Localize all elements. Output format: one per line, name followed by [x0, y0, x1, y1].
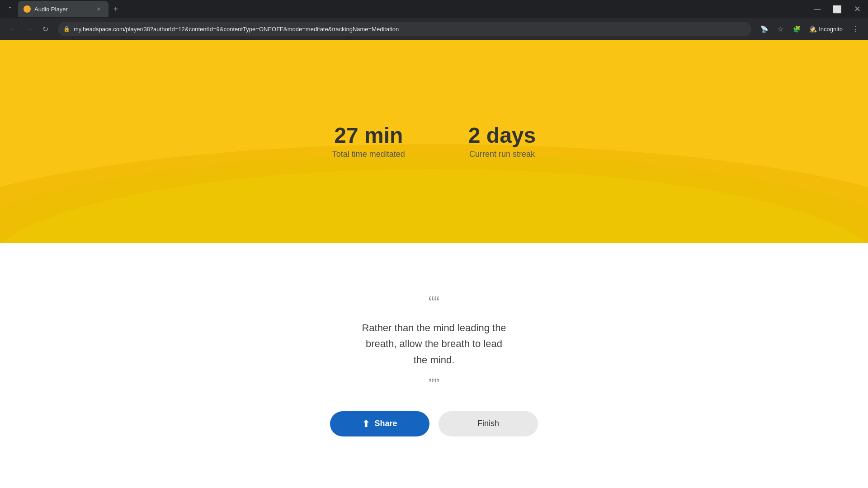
finish-button[interactable]: Finish [439, 411, 538, 436]
hero-section: 27 min Total time meditated 2 days Curre… [0, 40, 868, 243]
incognito-label: Incognito [819, 26, 843, 33]
toolbar-right: 📡 ☆ 🧩 🕵 Incognito ⋮ [757, 22, 863, 36]
tab-title: Audio Player [34, 6, 92, 13]
stat-time-meditated: 27 min Total time meditated [332, 124, 405, 159]
stat-streak-value: 2 days [468, 124, 536, 148]
tab-close-button[interactable]: × [94, 5, 103, 14]
browser-chrome: ⌃ Audio Player × + ─ ⬜ ✕ ← → ↻ 🔒 my.he [0, 0, 868, 40]
buttons-row: ⬆ Share Finish [330, 411, 538, 436]
stat-time-value: 27 min [334, 124, 403, 148]
cast-icon: 📡 [760, 25, 768, 33]
extensions-icon: 🧩 [793, 25, 801, 33]
menu-button[interactable]: ⋮ [848, 22, 863, 36]
url-text: my.headspace.com/player/38?authorId=12&c… [74, 26, 746, 33]
refresh-button[interactable]: ↻ [38, 22, 52, 36]
address-bar[interactable]: 🔒 my.headspace.com/player/38?authorId=12… [58, 22, 751, 36]
share-label: Share [374, 419, 397, 428]
quote-section: ““ Rather than the mind leading the brea… [0, 243, 868, 488]
new-tab-button[interactable]: + [109, 3, 122, 15]
tab-favicon [24, 5, 31, 13]
tab-nav-prev-button[interactable]: ⌃ [4, 3, 16, 15]
page-content: 27 min Total time meditated 2 days Curre… [0, 40, 868, 488]
tab-bar: ⌃ Audio Player × + ─ ⬜ ✕ [0, 0, 868, 18]
bookmark-icon: ☆ [777, 25, 783, 33]
back-icon: ← [9, 25, 16, 33]
lock-icon: 🔒 [63, 26, 70, 32]
stat-streak-label: Current run streak [469, 150, 535, 159]
bookmark-button[interactable]: ☆ [773, 22, 788, 36]
stat-time-label: Total time meditated [332, 150, 405, 159]
cast-icon-button[interactable]: 📡 [757, 22, 771, 36]
incognito-button[interactable]: 🕵 Incognito [806, 23, 846, 34]
back-button[interactable]: ← [5, 22, 20, 36]
quote-close-mark: ”” [429, 377, 439, 393]
incognito-icon: 🕵 [809, 25, 817, 33]
hero-stats: 27 min Total time meditated 2 days Curre… [332, 124, 536, 159]
quote-text: Rather than the mind leading the breath,… [362, 320, 506, 368]
share-button[interactable]: ⬆ Share [330, 411, 429, 436]
forward-button[interactable]: → [22, 22, 36, 36]
maximize-button[interactable]: ⬜ [830, 2, 844, 16]
refresh-icon: ↻ [42, 25, 48, 33]
menu-icon: ⋮ [852, 25, 859, 33]
finish-label: Finish [477, 419, 499, 428]
quote-open-mark: ““ [429, 295, 439, 311]
active-tab[interactable]: Audio Player × [18, 1, 108, 17]
forward-icon: → [25, 25, 33, 33]
toolbar: ← → ↻ 🔒 my.headspace.com/player/38?autho… [0, 18, 868, 40]
minimize-button[interactable]: ─ [810, 2, 825, 16]
extensions-button[interactable]: 🧩 [789, 22, 804, 36]
close-window-button[interactable]: ✕ [850, 2, 864, 16]
share-icon: ⬆ [362, 418, 370, 429]
stat-run-streak: 2 days Current run streak [468, 124, 536, 159]
